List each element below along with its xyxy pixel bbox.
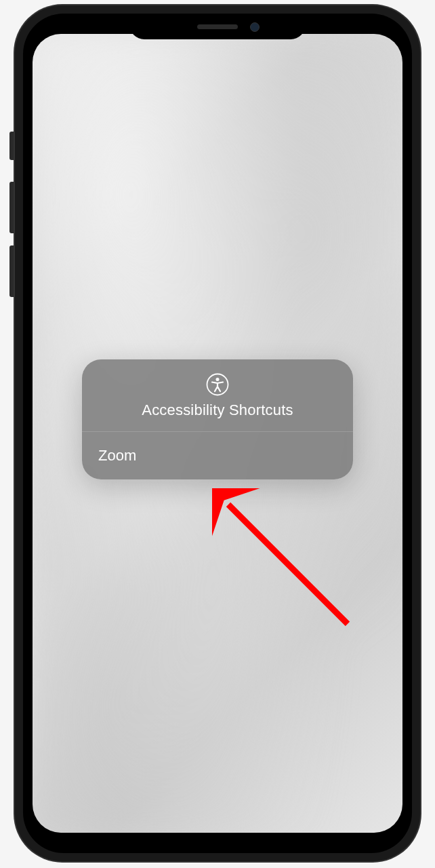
phone-screen: Accessibility Shortcuts Zoom <box>33 34 402 833</box>
svg-point-1 <box>216 378 220 381</box>
popup-title: Accessibility Shortcuts <box>96 401 339 419</box>
volume-down-button <box>9 245 14 297</box>
mute-switch <box>9 132 14 160</box>
phone-notch <box>129 14 306 39</box>
accessibility-icon <box>206 373 229 396</box>
volume-up-button <box>9 182 14 233</box>
phone-frame: Accessibility Shortcuts Zoom <box>15 5 420 861</box>
phone-bezel: Accessibility Shortcuts Zoom <box>23 14 412 853</box>
shortcut-item-label: Zoom <box>98 447 136 464</box>
phone-speaker <box>197 24 238 29</box>
phone-camera <box>250 22 260 32</box>
accessibility-shortcuts-popup: Accessibility Shortcuts Zoom <box>82 359 353 479</box>
shortcut-item-zoom[interactable]: Zoom <box>82 432 353 479</box>
popup-header: Accessibility Shortcuts <box>82 359 353 432</box>
